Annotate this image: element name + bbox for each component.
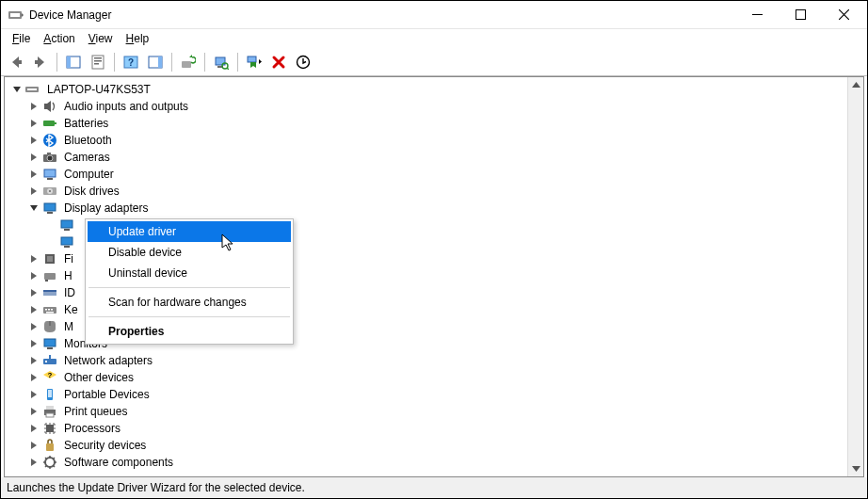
svg-rect-29 [47,178,53,180]
svg-rect-14 [182,61,191,68]
category-cameras[interactable]: Cameras [10,149,858,166]
disable-device-button[interactable] [243,51,265,73]
category-label: Portable Devices [62,388,152,401]
menu-bar: File Action View Help [1,29,867,48]
category-label: Security devices [62,439,148,452]
svg-rect-5 [67,56,71,68]
svg-rect-37 [61,237,72,245]
expander-icon[interactable] [27,252,40,266]
ctx-item-label: Properties [108,325,164,338]
category-other[interactable]: ? Other devices [10,369,858,386]
vertical-scrollbar[interactable] [847,77,863,476]
svg-rect-7 [94,57,102,59]
category-label: Display adapters [62,201,150,215]
category-label: Processors [62,422,122,435]
menu-file[interactable]: File [7,31,36,46]
expander-icon[interactable] [10,83,24,96]
expander-icon[interactable] [27,269,40,282]
uninstall-device-button[interactable] [267,51,290,73]
ctx-disable-device[interactable]: Disable device [88,242,291,263]
category-display-adapters[interactable]: Display adapters [10,200,858,217]
category-bluetooth[interactable]: Bluetooth [10,132,858,149]
expander-icon[interactable] [27,168,40,181]
portable-icon [42,387,57,402]
display-adapter-icon [59,234,74,250]
category-print-queues[interactable]: Print queues [10,403,858,420]
category-audio[interactable]: Audio inputs and outputs [10,98,858,115]
expander-icon[interactable] [27,201,40,215]
ctx-separator [88,316,290,317]
forward-button[interactable] [29,51,52,73]
menu-help[interactable]: Help [121,31,155,46]
svg-rect-46 [45,309,47,311]
expander-icon[interactable] [27,337,40,350]
category-security[interactable]: Security devices [10,437,858,454]
ctx-item-label: Disable device [108,246,182,259]
category-batteries[interactable]: Batteries [10,115,858,132]
tree-pane: LAPTOP-U47KS53T Audio inputs and outputs… [4,76,864,477]
disk-icon [42,184,57,199]
ctx-update-driver[interactable]: Update driver [88,221,291,242]
svg-rect-61 [46,413,54,417]
expander-icon[interactable] [27,354,40,367]
category-computer[interactable]: Computer [10,166,858,183]
computer-icon [42,167,57,182]
tree-root[interactable]: LAPTOP-U47KS53T [10,81,858,98]
category-label: M [62,320,75,333]
hid-icon [42,268,57,283]
maximize-button[interactable] [779,1,822,29]
category-processors[interactable]: Processors [10,420,858,437]
category-disk-drives[interactable]: Disk drives [10,183,858,200]
expander-icon[interactable] [27,100,40,113]
keyboard-icon [42,302,57,317]
add-legacy-button[interactable] [292,51,314,73]
svg-rect-60 [46,406,54,410]
tree-root-label: LAPTOP-U47KS53T [45,83,153,96]
ctx-properties[interactable]: Properties [88,321,291,342]
back-button[interactable] [5,51,27,73]
expander-icon[interactable] [27,117,40,130]
menu-action[interactable]: Action [38,31,80,46]
console-tree-button[interactable] [62,51,85,73]
other-device-icon: ? [42,370,57,385]
minimize-button[interactable] [735,1,779,29]
status-bar: Launches the Update Driver Wizard for th… [1,477,867,498]
scroll-track[interactable] [848,93,863,460]
close-button[interactable] [822,1,865,29]
ctx-scan-hardware[interactable]: Scan for hardware changes [88,292,291,313]
expander-icon[interactable] [27,151,40,164]
security-icon [42,438,57,453]
scroll-down-button[interactable] [848,460,863,476]
expander-icon[interactable] [27,286,40,299]
ctx-uninstall-device[interactable]: Uninstall device [88,263,291,283]
expander-icon[interactable] [27,388,40,401]
category-label: Software components [62,456,175,469]
category-software[interactable]: Software components [10,454,858,471]
svg-rect-33 [44,203,56,211]
expander-icon[interactable] [27,134,40,147]
scroll-up-button[interactable] [848,77,863,93]
action-pane-button[interactable] [144,51,167,73]
battery-icon [42,116,57,131]
properties-button[interactable] [87,51,109,73]
expander-icon[interactable] [27,185,40,198]
expander-icon[interactable] [27,456,40,469]
speaker-icon [42,99,57,114]
expander-icon[interactable] [27,439,40,452]
category-network[interactable]: Network adapters [10,352,858,369]
expander-icon[interactable] [27,320,40,333]
ctx-separator [88,287,290,288]
expander-icon[interactable] [27,371,40,384]
expander-icon[interactable] [27,422,40,435]
expander-icon[interactable] [27,405,40,418]
expander-icon[interactable] [27,303,40,316]
update-driver-button[interactable] [177,51,200,73]
scan-hardware-button[interactable] [210,51,233,73]
ctx-item-label: Uninstall device [108,266,187,280]
svg-rect-18 [248,56,256,62]
menu-view[interactable]: View [83,31,119,46]
mouse-icon [42,319,57,334]
category-portable[interactable]: Portable Devices [10,386,858,403]
svg-rect-63 [46,443,54,451]
help-button[interactable]: ? [120,51,142,73]
